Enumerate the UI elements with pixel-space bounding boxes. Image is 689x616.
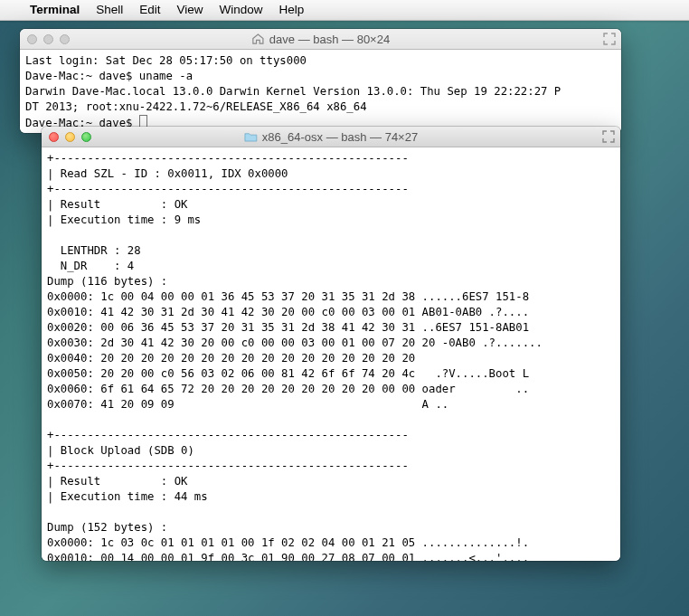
line: 0x0010: 00 14 00 00 01 9f 00 3c 01 90 00… (47, 552, 529, 561)
zoom-button[interactable] (60, 34, 70, 44)
line: | Read SZL - ID : 0x0011, IDX 0x0000 (47, 167, 288, 180)
traffic-lights (42, 132, 91, 142)
line: Dump (116 bytes) : (47, 275, 167, 288)
menu-terminal[interactable]: Terminal (22, 0, 88, 20)
line: +---------------------------------------… (47, 183, 409, 195)
line: | Result : OK (47, 475, 187, 488)
menubar: Terminal Shell Edit View Window Help (0, 0, 689, 21)
menu-shell[interactable]: Shell (88, 0, 131, 20)
terminal-output[interactable]: +---------------------------------------… (42, 147, 620, 561)
line: LENTHDR : 28 (47, 244, 141, 257)
line: 0x0040: 20 20 20 20 20 20 20 20 20 20 20… (47, 352, 415, 365)
window-title: dave — bash — 80×24 (269, 33, 390, 46)
line: N_DR : 4 (47, 260, 134, 272)
line: 0x0000: 1c 00 04 00 00 01 36 45 53 37 20… (47, 290, 529, 303)
menu-help[interactable]: Help (271, 0, 313, 20)
minimize-button[interactable] (43, 34, 53, 44)
close-button[interactable] (49, 132, 59, 142)
menu-window[interactable]: Window (212, 0, 271, 20)
titlebar[interactable]: dave — bash — 80×24 (20, 29, 621, 50)
line: Last login: Sat Dec 28 05:17:50 on ttys0… (25, 54, 307, 67)
line: +---------------------------------------… (47, 152, 409, 165)
line: | Block Upload (SDB 0) (47, 444, 194, 457)
folder-icon (244, 131, 258, 142)
home-icon (251, 33, 265, 44)
line: 0x0030: 2d 30 41 42 30 20 00 c0 00 00 03… (47, 336, 543, 349)
line: 0x0060: 6f 61 64 65 72 20 20 20 20 20 20… (47, 383, 529, 395)
line: DT 2013; root:xnu-2422.1.72~6/RELEASE_X8… (25, 100, 367, 113)
menu-edit[interactable]: Edit (131, 0, 168, 20)
fullscreen-icon[interactable] (602, 130, 615, 143)
menu-view[interactable]: View (169, 0, 212, 20)
minimize-button[interactable] (65, 132, 75, 142)
titlebar[interactable]: x86_64-osx — bash — 74×27 (42, 127, 620, 147)
line: 0x0010: 41 42 30 31 2d 30 41 42 30 20 00… (47, 306, 529, 318)
traffic-lights (20, 34, 70, 44)
zoom-button[interactable] (81, 132, 91, 142)
fullscreen-icon[interactable] (603, 33, 616, 45)
line: 0x0020: 00 06 36 45 53 37 20 31 35 31 2d… (47, 321, 529, 334)
terminal-window-1[interactable]: dave — bash — 80×24 Last login: Sat Dec … (20, 29, 621, 133)
window-title: x86_64-osx — bash — 74×27 (262, 130, 418, 144)
line: | Execution time : 44 ms (47, 490, 208, 503)
terminal-window-2[interactable]: x86_64-osx — bash — 74×27 +-------------… (42, 127, 620, 561)
line: +---------------------------------------… (47, 460, 409, 472)
close-button[interactable] (27, 34, 37, 44)
line: +---------------------------------------… (47, 429, 409, 441)
line: | Result : OK (47, 198, 187, 211)
line: Darwin Dave-Mac.local 13.0.0 Darwin Kern… (25, 85, 561, 98)
terminal-output[interactable]: Last login: Sat Dec 28 05:17:50 on ttys0… (20, 50, 621, 133)
line: 0x0000: 1c 03 0c 01 01 01 01 00 1f 02 02… (47, 536, 529, 549)
line: 0x0070: 41 20 09 09 A .. (47, 398, 448, 411)
line: Dump (152 bytes) : (47, 521, 167, 534)
line: Dave-Mac:~ dave$ uname -a (25, 70, 193, 82)
line: 0x0050: 20 20 00 c0 56 03 02 06 00 81 42… (47, 367, 529, 380)
line: | Execution time : 9 ms (47, 213, 201, 226)
